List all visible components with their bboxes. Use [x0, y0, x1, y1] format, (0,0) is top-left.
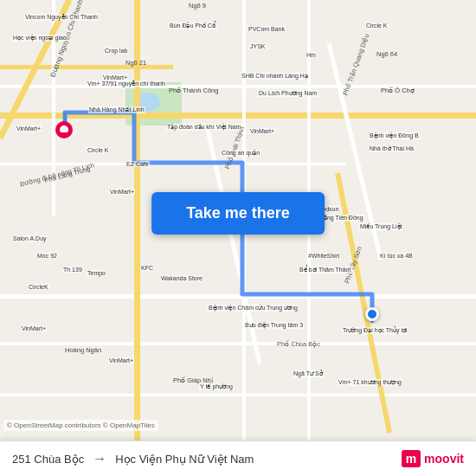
poi-vincom: Vincom Nguyễn Chí Thanh: [24, 14, 99, 21]
map-container: Ngõ 9 Ngõ 21 Phố Thành Công Hoàng Ngân P…: [0, 0, 476, 476]
road-label-pho-o-cho-dua: Phố Ô Chợ: [381, 87, 415, 94]
poi-ytephuong: Y tế phường: [199, 383, 234, 390]
origin-marker: [365, 307, 379, 321]
poi-hocvien: Học viện ngoại giao: [12, 35, 68, 42]
poi-th139: Th 139: [62, 267, 83, 273]
road-horizontal-6: [0, 394, 476, 396]
road-vertical-2: [242, 0, 246, 476]
poi-dhthuylo: Trường Đại học Thủy lợi: [342, 327, 408, 334]
moovit-letter: m: [402, 450, 421, 467]
poi-ktx4b: Kí túc xá 4B: [379, 253, 414, 259]
poi-ngatuso: Ngã Tư Sở: [293, 370, 324, 377]
poi-vinmart-6: VinMart+: [249, 128, 275, 134]
map-background: [0, 0, 476, 476]
moovit-logo: m moovit: [402, 450, 464, 467]
poi-ezcafe: EZ Cafe: [125, 161, 150, 167]
poi-nhahangnhat: Nhà Hàng Nhất Linh: [88, 106, 145, 113]
road-vertical-3: [52, 0, 55, 216]
poi-mieutrungliet: Miếu Trung Liệt: [359, 223, 402, 230]
road-label-hoang-ngan: Hoàng Ngân: [65, 346, 101, 354]
poi-bvchamcuu: Bệnh viện Châm cứu Trung ương: [208, 305, 299, 312]
road-horizontal-7: [0, 65, 173, 69]
poi-congan: Công an quận: [221, 150, 261, 157]
poi-besboi: Bể bơi Thăm Thâm: [299, 267, 352, 273]
poi-pvcom: PVCom Bank: [248, 26, 286, 32]
poi-buudien: Bưu điện Trung tâm 3: [244, 322, 304, 329]
poi-salon: Salon A.Duy: [12, 235, 48, 241]
poi-vm3791: Vm+ 37/91 nguyễn chí thanh: [87, 80, 166, 87]
poi-jysk: JYSK: [249, 43, 267, 49]
poi-shb: SHB Chi nhánh Láng Hạ: [241, 73, 309, 80]
route-info: 251 Chùa Bộc → Học Viện Phụ Nữ Việt Nam: [12, 451, 254, 466]
road-label-ngo21: Ngõ 21: [125, 59, 146, 67]
poi-vinmart-4: VinMart+: [21, 325, 47, 331]
road-label-ngo9: Ngõ 9: [189, 2, 206, 10]
poi-tempo: Tempo: [87, 270, 106, 276]
poi-circlek-2: CircleK: [28, 284, 49, 290]
poi-croplab: Crop lab: [104, 48, 128, 54]
destination-pin: [54, 119, 74, 149]
poi-bundat: Bún Đậu Phố Cổ: [169, 23, 216, 29]
poi-bvdongb: Bệnh viện Đông B: [369, 132, 420, 139]
destination-text: Học Viện Phụ Nữ Việt Nam: [115, 453, 254, 466]
road-horizontal-1: [0, 113, 476, 119]
copyright-text: © OpenStreetMap contributors © OpenMapTi…: [3, 420, 158, 431]
poi-kfc: KFC: [140, 265, 154, 271]
poi-vinmart-5: VinMart+: [108, 357, 134, 363]
poi-whiteshirt: #WhiteShirt: [307, 253, 340, 259]
poi-moc92: Moc 92: [36, 253, 58, 259]
poi-hm: Hm: [306, 52, 317, 58]
origin-text: 251 Chùa Bộc: [12, 453, 84, 466]
poi-circlek-1: Circle K: [87, 147, 110, 153]
poi-vm71: Vm+ 71 khương thượng: [338, 379, 402, 386]
road-label-pho-thanh-cong: Phố Thành Công: [169, 87, 218, 94]
poi-wakanda: Wakanda Store: [160, 275, 203, 281]
road-vertical-4: [307, 0, 311, 476]
road-horizontal-2: [0, 294, 476, 299]
take-me-there-button[interactable]: Take me there: [151, 192, 325, 235]
poi-nhathothaiha: Nhà thờ Thái Hà: [369, 145, 415, 152]
road-label-ngo64: Ngõ 64: [376, 50, 397, 58]
bottom-bar: 251 Chùa Bộc → Học Viện Phụ Nữ Việt Nam …: [0, 441, 476, 476]
road-horizontal-5: [0, 342, 476, 345]
route-arrow-icon: →: [93, 451, 106, 466]
road-vertical-1: [134, 0, 140, 476]
poi-circlek-3: Circle K: [365, 23, 389, 29]
poi-dulich: Du Lịch Phương Nam: [258, 90, 318, 97]
poi-vinmart-1: VinMart+: [16, 125, 42, 132]
moovit-wordmark: moovit: [424, 452, 464, 466]
poi-vinmart-3: VinMart+: [109, 189, 135, 195]
poi-vinmart-2: VinMart+: [102, 74, 128, 80]
poi-tapdan: Tập đoàn dầu khí Việt Nam: [166, 124, 241, 131]
